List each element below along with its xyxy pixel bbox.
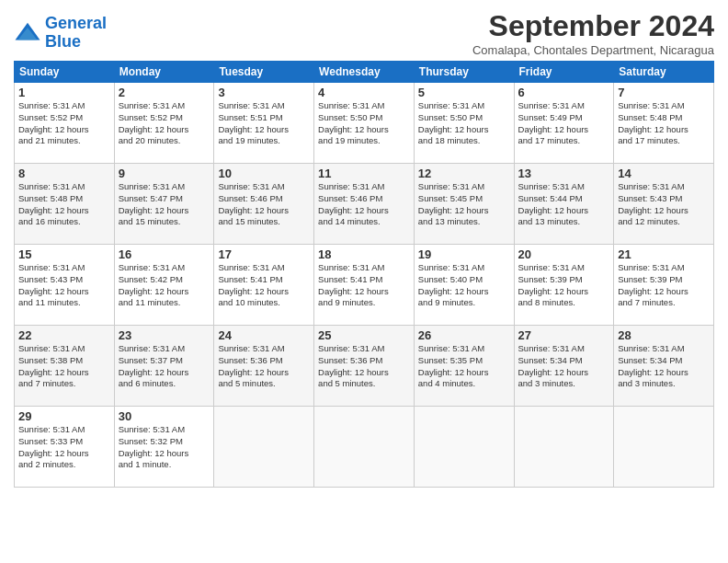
table-row: 8Sunrise: 5:31 AM Sunset: 5:48 PM Daylig… [15, 164, 115, 245]
day-info: Sunrise: 5:31 AM Sunset: 5:44 PM Dayligh… [518, 181, 610, 228]
day-info: Sunrise: 5:31 AM Sunset: 5:41 PM Dayligh… [318, 262, 410, 309]
table-row: 20Sunrise: 5:31 AM Sunset: 5:39 PM Dayli… [514, 245, 614, 326]
day-info: Sunrise: 5:31 AM Sunset: 5:39 PM Dayligh… [618, 262, 710, 309]
table-row: 5Sunrise: 5:31 AM Sunset: 5:50 PM Daylig… [414, 83, 514, 164]
logo-text: General Blue [45, 15, 107, 52]
day-info: Sunrise: 5:31 AM Sunset: 5:34 PM Dayligh… [618, 343, 710, 390]
table-row: 9Sunrise: 5:31 AM Sunset: 5:47 PM Daylig… [114, 164, 214, 245]
day-number: 17 [218, 247, 310, 261]
day-info: Sunrise: 5:31 AM Sunset: 5:52 PM Dayligh… [119, 100, 210, 147]
day-info: Sunrise: 5:31 AM Sunset: 5:46 PM Dayligh… [218, 181, 310, 228]
day-number: 23 [119, 328, 210, 342]
day-number: 28 [618, 328, 710, 342]
day-number: 2 [119, 86, 210, 99]
day-info: Sunrise: 5:31 AM Sunset: 5:32 PM Dayligh… [119, 424, 210, 471]
table-row: 23Sunrise: 5:31 AM Sunset: 5:37 PM Dayli… [114, 326, 214, 407]
logo-icon [14, 19, 41, 47]
day-info: Sunrise: 5:31 AM Sunset: 5:37 PM Dayligh… [119, 343, 210, 390]
table-row [414, 407, 514, 488]
day-number: 12 [418, 167, 510, 180]
day-info: Sunrise: 5:31 AM Sunset: 5:46 PM Dayligh… [318, 181, 410, 228]
day-info: Sunrise: 5:31 AM Sunset: 5:41 PM Dayligh… [218, 262, 310, 309]
day-info: Sunrise: 5:31 AM Sunset: 5:45 PM Dayligh… [418, 181, 510, 228]
day-number: 16 [119, 247, 210, 261]
table-row: 13Sunrise: 5:31 AM Sunset: 5:44 PM Dayli… [514, 164, 614, 245]
week-row: 1Sunrise: 5:31 AM Sunset: 5:52 PM Daylig… [15, 83, 714, 164]
table-row: 16Sunrise: 5:31 AM Sunset: 5:42 PM Dayli… [114, 245, 214, 326]
day-number: 25 [318, 328, 410, 342]
col-saturday: Saturday [614, 62, 714, 83]
table-row [614, 407, 714, 488]
day-info: Sunrise: 5:31 AM Sunset: 5:48 PM Dayligh… [18, 181, 110, 228]
day-number: 15 [18, 247, 110, 261]
day-info: Sunrise: 5:31 AM Sunset: 5:48 PM Dayligh… [618, 100, 710, 147]
table-row: 10Sunrise: 5:31 AM Sunset: 5:46 PM Dayli… [214, 164, 314, 245]
day-info: Sunrise: 5:31 AM Sunset: 5:35 PM Dayligh… [418, 343, 510, 390]
day-info: Sunrise: 5:31 AM Sunset: 5:49 PM Dayligh… [518, 100, 610, 147]
table-row: 28Sunrise: 5:31 AM Sunset: 5:34 PM Dayli… [614, 326, 714, 407]
day-info: Sunrise: 5:31 AM Sunset: 5:33 PM Dayligh… [18, 424, 110, 471]
day-number: 1 [18, 86, 110, 99]
location: Comalapa, Chontales Department, Nicaragu… [472, 43, 714, 57]
day-info: Sunrise: 5:31 AM Sunset: 5:51 PM Dayligh… [218, 100, 310, 147]
day-number: 26 [418, 328, 510, 342]
table-row: 15Sunrise: 5:31 AM Sunset: 5:43 PM Dayli… [15, 245, 115, 326]
col-friday: Friday [514, 62, 614, 83]
table-row: 7Sunrise: 5:31 AM Sunset: 5:48 PM Daylig… [614, 83, 714, 164]
week-row: 22Sunrise: 5:31 AM Sunset: 5:38 PM Dayli… [15, 326, 714, 407]
table-row: 21Sunrise: 5:31 AM Sunset: 5:39 PM Dayli… [614, 245, 714, 326]
day-number: 5 [418, 86, 510, 99]
day-info: Sunrise: 5:31 AM Sunset: 5:43 PM Dayligh… [618, 181, 710, 228]
day-info: Sunrise: 5:31 AM Sunset: 5:43 PM Dayligh… [18, 262, 110, 309]
day-info: Sunrise: 5:31 AM Sunset: 5:39 PM Dayligh… [518, 262, 610, 309]
table-row: 25Sunrise: 5:31 AM Sunset: 5:36 PM Dayli… [314, 326, 415, 407]
table-row: 27Sunrise: 5:31 AM Sunset: 5:34 PM Dayli… [514, 326, 614, 407]
table-row: 18Sunrise: 5:31 AM Sunset: 5:41 PM Dayli… [314, 245, 415, 326]
week-row: 8Sunrise: 5:31 AM Sunset: 5:48 PM Daylig… [15, 164, 714, 245]
table-row: 4Sunrise: 5:31 AM Sunset: 5:50 PM Daylig… [314, 83, 415, 164]
week-row: 29Sunrise: 5:31 AM Sunset: 5:33 PM Dayli… [15, 407, 714, 488]
day-info: Sunrise: 5:31 AM Sunset: 5:34 PM Dayligh… [518, 343, 610, 390]
calendar: Sunday Monday Tuesday Wednesday Thursday… [14, 61, 714, 488]
day-number: 7 [618, 86, 710, 99]
table-row: 22Sunrise: 5:31 AM Sunset: 5:38 PM Dayli… [15, 326, 115, 407]
table-row [214, 407, 314, 488]
day-info: Sunrise: 5:31 AM Sunset: 5:38 PM Dayligh… [18, 343, 110, 390]
header-row: Sunday Monday Tuesday Wednesday Thursday… [15, 62, 714, 83]
day-info: Sunrise: 5:31 AM Sunset: 5:47 PM Dayligh… [119, 181, 210, 228]
table-row: 6Sunrise: 5:31 AM Sunset: 5:49 PM Daylig… [514, 83, 614, 164]
day-info: Sunrise: 5:31 AM Sunset: 5:52 PM Dayligh… [18, 100, 110, 147]
day-number: 22 [18, 328, 110, 342]
day-number: 18 [318, 247, 410, 261]
day-number: 21 [618, 247, 710, 261]
day-info: Sunrise: 5:31 AM Sunset: 5:50 PM Dayligh… [318, 100, 410, 147]
table-row: 14Sunrise: 5:31 AM Sunset: 5:43 PM Dayli… [614, 164, 714, 245]
day-number: 11 [318, 167, 410, 180]
month-title: September 2024 [472, 9, 714, 43]
day-info: Sunrise: 5:31 AM Sunset: 5:36 PM Dayligh… [318, 343, 410, 390]
day-number: 3 [218, 86, 310, 99]
page: General Blue September 2024 Comalapa, Ch… [0, 0, 728, 563]
col-monday: Monday [114, 62, 214, 83]
table-row: 12Sunrise: 5:31 AM Sunset: 5:45 PM Dayli… [414, 164, 514, 245]
day-number: 20 [518, 247, 610, 261]
day-number: 10 [218, 167, 310, 180]
week-row: 15Sunrise: 5:31 AM Sunset: 5:43 PM Dayli… [15, 245, 714, 326]
table-row: 2Sunrise: 5:31 AM Sunset: 5:52 PM Daylig… [114, 83, 214, 164]
day-info: Sunrise: 5:31 AM Sunset: 5:42 PM Dayligh… [119, 262, 210, 309]
table-row: 1Sunrise: 5:31 AM Sunset: 5:52 PM Daylig… [15, 83, 115, 164]
header: General Blue September 2024 Comalapa, Ch… [14, 9, 714, 57]
table-row: 30Sunrise: 5:31 AM Sunset: 5:32 PM Dayli… [114, 407, 214, 488]
table-row: 24Sunrise: 5:31 AM Sunset: 5:36 PM Dayli… [214, 326, 314, 407]
day-number: 8 [18, 167, 110, 180]
day-info: Sunrise: 5:31 AM Sunset: 5:36 PM Dayligh… [218, 343, 310, 390]
day-info: Sunrise: 5:31 AM Sunset: 5:40 PM Dayligh… [418, 262, 510, 309]
day-number: 29 [18, 409, 110, 423]
table-row: 19Sunrise: 5:31 AM Sunset: 5:40 PM Dayli… [414, 245, 514, 326]
col-sunday: Sunday [15, 62, 115, 83]
col-thursday: Thursday [414, 62, 514, 83]
table-row: 3Sunrise: 5:31 AM Sunset: 5:51 PM Daylig… [214, 83, 314, 164]
day-number: 19 [418, 247, 510, 261]
day-number: 27 [518, 328, 610, 342]
calendar-body: 1Sunrise: 5:31 AM Sunset: 5:52 PM Daylig… [15, 83, 714, 488]
